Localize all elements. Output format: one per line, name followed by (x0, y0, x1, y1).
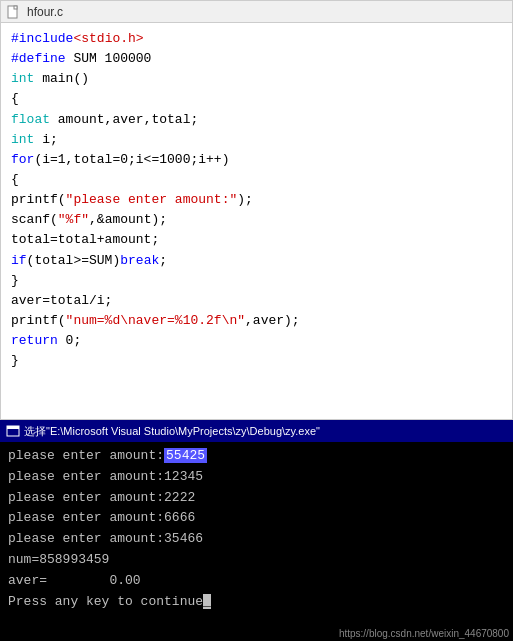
input-highlight: 55425 (164, 448, 207, 463)
terminal-content: please enter amount:55425 please enter a… (0, 442, 513, 616)
svg-rect-2 (14, 6, 17, 9)
terminal-titlebar: 选择"E:\Microsoft Visual Studio\MyProjects… (0, 420, 513, 442)
editor-titlebar: hfour.c (1, 1, 512, 23)
terminal-title: 选择"E:\Microsoft Visual Studio\MyProjects… (24, 424, 320, 439)
watermark: https://blog.csdn.net/weixin_44670800 (339, 628, 509, 639)
editor-title: hfour.c (27, 5, 63, 19)
editor-panel: hfour.c #include<stdio.h> #define SUM 10… (0, 0, 513, 420)
code-area: #include<stdio.h> #define SUM 100000 int… (1, 23, 512, 377)
terminal-icon (6, 424, 20, 438)
svg-rect-4 (7, 426, 19, 429)
terminal-panel: 选择"E:\Microsoft Visual Studio\MyProjects… (0, 420, 513, 641)
file-icon (7, 5, 21, 19)
